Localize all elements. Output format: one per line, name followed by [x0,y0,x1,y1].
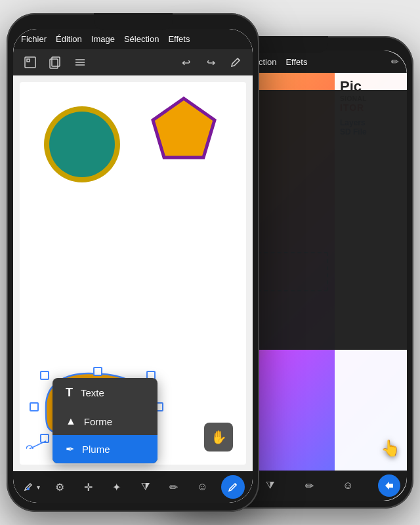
person-icon-2[interactable]: ☺ [339,476,358,495]
notch-back [249,36,328,53]
phone-front: Fichier Édition Image Sélection Effets [7,13,259,512]
svg-rect-42 [30,403,38,411]
pen-selector[interactable]: ▾ [21,477,41,497]
notch-front [94,13,173,30]
pen-tool-2[interactable]: ✏ [300,476,318,495]
menu-image[interactable]: Image [91,34,115,44]
text-tool-item[interactable]: T Texte [52,378,158,408]
svg-rect-26 [52,57,60,66]
svg-rect-25 [27,59,30,62]
magic-wand-icon[interactable]: ✦ [107,477,127,497]
svg-point-50 [27,488,30,490]
pentagon-shape [148,95,220,170]
toolbar-1: ↩ ↪ [13,49,253,75]
svg-marker-34 [153,98,215,158]
bottom-toolbar-1: ▾ ⚙ ✛ ✦ ⧩ ✏ ☺ [13,471,253,503]
scene: ...tion Image Sélection Effets ✏ [0,0,420,525]
shape-tool-icon: ▲ [66,415,76,427]
svg-rect-35 [41,371,49,379]
svg-rect-27 [50,59,58,68]
hand-cursor-btn[interactable]: ✋ [204,423,233,452]
circle-shape [39,102,125,190]
blue-share-btn-2[interactable] [378,474,400,497]
text-tool-label: Texte [81,387,104,398]
pen-active-btn[interactable] [221,475,245,499]
move-icon[interactable]: ✛ [78,477,98,497]
pen-tool-item[interactable]: ✒ Plume [52,435,158,463]
menu-edition[interactable]: Édition [56,34,82,44]
menu-selection[interactable]: Sélection [124,34,159,44]
person-icon[interactable]: ☺ [192,477,212,497]
edit-icon[interactable] [226,53,245,72]
redo-icon[interactable]: ↪ [201,53,220,72]
svg-marker-23 [385,482,393,490]
brush-icon[interactable]: ✏ [164,477,184,497]
menu-bar-1: Fichier Édition Image Sélection Effets [13,29,253,49]
menu-item-effects-2[interactable]: Effets [285,57,307,67]
text-tool-icon: T [66,386,73,400]
menu-effets[interactable]: Effets [168,34,190,44]
svg-line-31 [238,58,240,60]
tool-dropdown: T Texte ▲ Forme ✒ Plume [52,378,158,463]
pen-tool-icon: ✒ [66,443,74,455]
menu-fichier[interactable]: Fichier [21,34,47,44]
pen-tool-label: Plume [82,444,110,455]
svg-point-33 [49,112,115,177]
svg-line-46 [30,441,46,449]
pen-icon-2: ✏ [391,56,399,68]
transform-icon[interactable] [21,53,39,72]
crop-icon[interactable]: ⧩ [135,477,155,497]
svg-rect-36 [94,368,102,375]
undo-icon[interactable]: ↩ [177,53,195,72]
settings-icon[interactable]: ⚙ [50,477,70,497]
copy-icon[interactable] [46,53,64,72]
shape-tool-label: Forme [84,416,112,427]
shape-tool-item[interactable]: ▲ Forme [52,408,158,435]
crop-icon-2[interactable]: ⧩ [261,476,280,495]
screen-front: Fichier Édition Image Sélection Effets [13,29,253,503]
app1: Fichier Édition Image Sélection Effets [13,29,253,503]
hand-pointer-2: 👆 [381,439,400,457]
layers-icon[interactable] [71,53,89,72]
